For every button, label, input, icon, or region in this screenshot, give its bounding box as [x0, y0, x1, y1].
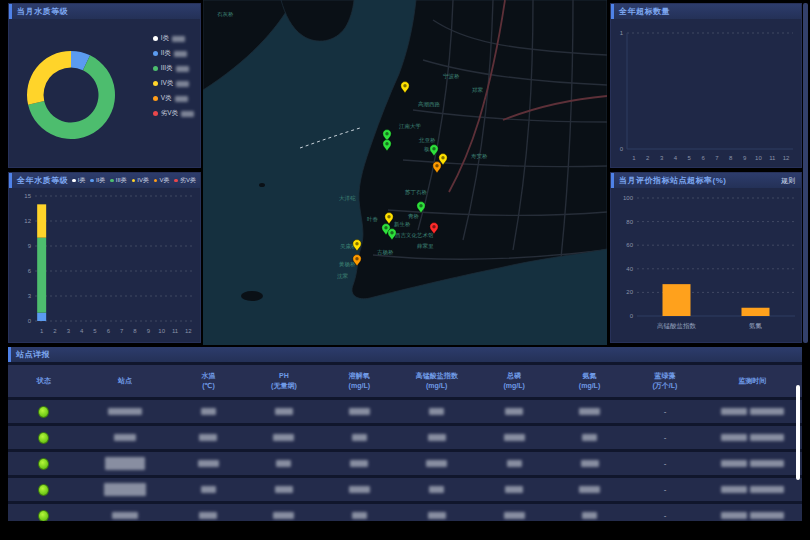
legend-item-II类[interactable]: II类: [153, 49, 194, 58]
redacted-value: [352, 512, 367, 519]
legend-item-IV类[interactable]: IV类: [153, 79, 194, 88]
table-row[interactable]: -: [8, 400, 802, 423]
algae-cell: -: [627, 459, 702, 468]
header-accent: [9, 173, 12, 188]
legend-label: II类: [161, 49, 171, 58]
value-cell: [171, 460, 246, 467]
table-row[interactable]: -: [8, 504, 802, 521]
redacted-value: [199, 434, 217, 441]
page-scrollbar[interactable]: [803, 3, 808, 343]
legend-item-劣V类[interactable]: 劣V类: [174, 176, 196, 185]
redacted-value: [352, 434, 367, 441]
table-row[interactable]: -: [8, 452, 802, 475]
legend-item-V类[interactable]: V类: [154, 176, 170, 185]
column-header-水温: 水温(℃): [171, 371, 246, 392]
legend-label: II类: [96, 176, 105, 185]
dashboard-root: 当月水质等级 I类II类III类IV类V类劣V类 全年水质等级 I类II类III…: [0, 0, 810, 540]
svg-text:高锰酸盐指数: 高锰酸盐指数: [657, 322, 697, 330]
time-cell: [703, 434, 802, 441]
redacted-value: [579, 486, 600, 493]
value-cell: [397, 512, 476, 519]
redacted-value: [582, 512, 597, 519]
redacted-value: [428, 434, 446, 441]
value-cell: [171, 486, 246, 493]
time-cell: [703, 408, 802, 415]
legend-dot: [153, 81, 158, 86]
map-label: 薛家里: [417, 243, 434, 249]
bar-高锰酸盐指数: [663, 284, 691, 316]
legend-dot: [72, 179, 76, 183]
algae-value: -: [664, 511, 667, 520]
map-label: 北亚桥: [418, 137, 436, 144]
map-islet: [259, 183, 265, 187]
legend-dot: [132, 179, 136, 183]
value-cell: [476, 486, 551, 493]
redacted-value: [426, 460, 447, 467]
legend-item-III类[interactable]: III类: [110, 176, 127, 185]
legend-label: V类: [161, 94, 172, 103]
table-scrollbar[interactable]: [796, 385, 800, 480]
map-canvas: 石灰桥宁波桥郑家高潮西路江南大学北亚桥板桥寿安桥大洋砣苏丁石桥青桥叶春新生桥昌吉…: [203, 0, 607, 345]
station-table-panel: 站点详报 状态站点水温(℃)PH(无量纲)溶解氧(mg/L)高锰酸盐指数(mg/…: [8, 347, 802, 521]
table-body: -----: [8, 400, 802, 521]
svg-text:11: 11: [172, 328, 179, 334]
map-label: 古杨桥: [377, 249, 394, 256]
legend-label: I类: [78, 176, 86, 185]
redacted-station: [104, 483, 146, 496]
algae-cell: -: [627, 511, 702, 520]
header-accent: [611, 4, 614, 19]
svg-text:5: 5: [688, 155, 692, 161]
legend-dot: [154, 179, 158, 183]
column-header-PH: PH(无量纲): [246, 371, 321, 392]
value-cell: [397, 434, 476, 441]
value-cell: [246, 460, 321, 467]
table-row[interactable]: -: [8, 426, 802, 449]
redacted-time: [750, 408, 784, 415]
svg-text:1: 1: [620, 30, 624, 36]
svg-text:7: 7: [120, 328, 124, 334]
station-cell: [79, 434, 170, 441]
map[interactable]: 石灰桥宁波桥郑家高潮西路江南大学北亚桥板桥寿安桥大洋砣苏丁石桥青桥叶春新生桥昌吉…: [203, 0, 607, 345]
map-label: 黄杨桥: [339, 261, 356, 268]
legend-item-V类[interactable]: V类: [153, 94, 194, 103]
panel-exceed-rate-header: 当月评价指标站点超标率(%) 规则: [611, 173, 801, 188]
status-ok-dot: [38, 510, 49, 522]
legend-item-IV类[interactable]: IV类: [132, 176, 149, 185]
station-cell: [79, 408, 170, 415]
redacted-value: [176, 81, 189, 87]
legend-item-劣V类[interactable]: 劣V类: [153, 109, 194, 118]
legend-item-I类[interactable]: I类: [153, 34, 194, 43]
value-cell: [246, 486, 321, 493]
table-row[interactable]: -: [8, 478, 802, 501]
station-cell: [79, 457, 170, 470]
svg-text:6: 6: [701, 155, 705, 161]
legend-dot: [90, 179, 94, 183]
annual-exceed-line-chart: 10123456789101112: [611, 19, 801, 167]
legend-item-I类[interactable]: I类: [72, 176, 85, 185]
value-cell: [171, 512, 246, 519]
legend-item-III类[interactable]: III类: [153, 64, 194, 73]
legend-dot: [174, 179, 178, 183]
rule-button[interactable]: 规则: [781, 176, 795, 186]
redacted-value: [349, 486, 370, 493]
value-cell: [397, 486, 476, 493]
map-label: 郑家: [472, 87, 484, 93]
value-cell: [171, 434, 246, 441]
redacted-value: [429, 408, 444, 415]
algae-cell: -: [627, 485, 702, 494]
svg-text:80: 80: [626, 219, 633, 225]
redacted-time: [750, 512, 784, 519]
redacted-value: [581, 460, 599, 467]
status-cell: [8, 458, 79, 470]
svg-text:5: 5: [93, 328, 97, 334]
value-cell: [322, 486, 397, 493]
panel-annual-exceed-title: 全年超标数量: [619, 6, 670, 17]
status-cell: [8, 406, 79, 418]
map-label: 高潮西路: [418, 101, 441, 108]
header-accent: [8, 347, 11, 362]
legend-item-II类[interactable]: II类: [90, 176, 105, 185]
donut-legend: I类II类III类IV类V类劣V类: [153, 34, 194, 118]
redacted-value: [349, 408, 370, 415]
redacted-value: [198, 460, 219, 467]
value-cell: [476, 408, 551, 415]
